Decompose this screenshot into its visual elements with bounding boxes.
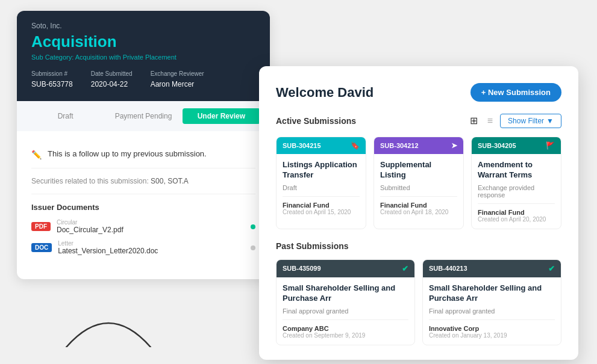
past-card-2-body: Small Shareholder Selling and Purchase A…	[423, 277, 561, 345]
active-card-2-header: SUB-304212 ➤	[374, 137, 463, 154]
past-section-header: Past Submissions	[276, 241, 561, 251]
active-card-2-fund: Financial Fund	[380, 202, 457, 209]
securities-value: S00, SOT.A	[151, 177, 189, 185]
active-card-2[interactable]: SUB-304212 ➤ Supplemental Listing Submit…	[374, 137, 464, 229]
doc-status-gray	[251, 245, 255, 250]
active-card-3-date: Created on April 20, 2020	[478, 216, 555, 223]
show-filter-button[interactable]: Show Filter ▼	[500, 114, 561, 128]
active-card-1-status: Draft	[283, 184, 360, 197]
filter-icon: ▼	[546, 117, 554, 125]
panel-header: Welcome David + New Submission	[276, 83, 561, 102]
pencil-icon: ✏️	[31, 150, 42, 159]
exchange-reviewer-value: Aaron Mercer	[151, 80, 195, 88]
status-steps: Draft Payment Pending Under Review	[17, 101, 270, 131]
past-submissions-grid: SUB-435099 ✔ Small Shareholder Selling a…	[276, 259, 561, 345]
date-submitted-value: 2020-04-22	[91, 80, 128, 88]
check-icon-1: ✔	[402, 264, 408, 273]
doc-name-circular: Doc_Circular_V2.pdf	[57, 226, 123, 234]
securities-label: Securities related to this submission:	[31, 177, 149, 185]
card-header: Soto, Inc. Acquisition Sub Category: Acq…	[17, 11, 270, 101]
active-card-2-type: Supplemental Listing	[380, 160, 457, 180]
active-card-1-body: Listings Application Transfer Draft Fina…	[277, 154, 366, 221]
doc-status-green	[251, 224, 255, 229]
sub-category: Sub Category: Acquisition with Private P…	[31, 54, 255, 61]
bookmark-icon: 🔖	[351, 141, 360, 150]
step-payment[interactable]: Payment Pending	[104, 108, 182, 124]
submission-detail-card: Soto, Inc. Acquisition Sub Category: Acq…	[17, 11, 270, 279]
active-card-2-body: Supplemental Listing Submitted Financial…	[374, 154, 463, 221]
exchange-reviewer: Exchange Reviewer Aaron Mercer	[151, 70, 204, 89]
doc-info-letter: Letter Latest_Version_Letter2020.doc	[58, 240, 158, 255]
new-submission-button[interactable]: + New Submission	[470, 83, 561, 102]
active-card-1-header: SUB-304215 🔖	[277, 137, 366, 154]
issuer-docs-title: Issuer Documents	[31, 203, 255, 212]
date-submitted-label: Date Submitted	[91, 70, 133, 77]
step-under-review[interactable]: Under Review	[183, 108, 260, 124]
doc-item-pdf[interactable]: PDF Circular Doc_Circular_V2.pdf	[31, 219, 255, 234]
past-card-1-fund: Company ABC	[283, 325, 408, 332]
past-card-2-date: Created on January 13, 2019	[429, 332, 555, 339]
arc-decoration	[60, 299, 157, 347]
active-card-1[interactable]: SUB-304215 🔖 Listings Application Transf…	[276, 137, 366, 229]
card-body: ✏️ This is a follow up to my previous su…	[17, 131, 270, 279]
submission-number: Submission # SUB-653778	[31, 70, 73, 89]
past-card-1-header: SUB-435099 ✔	[277, 260, 414, 277]
past-card-2-id: SUB-440213	[429, 265, 467, 272]
active-card-3-id: SUB-304205	[478, 142, 516, 149]
active-card-1-type: Listings Application Transfer	[283, 160, 360, 180]
active-card-1-id: SUB-304215	[283, 142, 321, 149]
submission-number-label: Submission #	[31, 70, 73, 77]
show-filter-label: Show Filter	[508, 117, 544, 125]
follow-up-note: ✏️ This is a follow up to my previous su…	[31, 141, 255, 168]
past-card-2-type: Small Shareholder Selling and Purchase A…	[429, 283, 555, 304]
issuer-docs-section: Issuer Documents PDF Circular Doc_Circul…	[31, 194, 255, 270]
past-card-1-status: Final approval granted	[283, 307, 408, 320]
acquisition-title: Acquisition	[31, 32, 255, 51]
active-card-3-type: Amendment to Warrant Terms	[478, 160, 555, 180]
past-card-1-date: Created on September 9, 2019	[283, 332, 408, 339]
doc-category-circular: Circular	[57, 219, 123, 226]
submission-number-value: SUB-653778	[31, 80, 73, 88]
send-icon: ➤	[451, 141, 457, 150]
submissions-panel: Welcome David + New Submission Active Su…	[259, 66, 578, 360]
doc-item-doc[interactable]: DOC Letter Latest_Version_Letter2020.doc	[31, 240, 255, 255]
active-card-2-date: Created on April 18, 2020	[380, 209, 457, 215]
securities-section: Securities related to this submission: S…	[31, 168, 255, 194]
past-card-1-id: SUB-435099	[283, 265, 321, 272]
flag-icon: 🚩	[546, 141, 555, 150]
doc-badge: DOC	[31, 243, 52, 252]
active-section-title: Active Submissions	[276, 116, 356, 126]
doc-category-letter: Letter	[58, 240, 158, 247]
active-card-3-header: SUB-304205 🚩	[472, 137, 561, 154]
past-card-2-status: Final approval granted	[429, 307, 555, 320]
active-card-3[interactable]: SUB-304205 🚩 Amendment to Warrant Terms …	[471, 137, 561, 229]
active-card-1-fund: Financial Fund	[283, 202, 360, 209]
active-section-header: Active Submissions ⊞ ≡ Show Filter ▼	[276, 114, 561, 128]
past-card-1-type: Small Shareholder Selling and Purchase A…	[283, 283, 408, 304]
list-view-button[interactable]: ≡	[485, 114, 495, 128]
active-card-2-status: Submitted	[380, 184, 457, 197]
welcome-title: Welcome David	[276, 85, 374, 100]
pdf-badge: PDF	[31, 222, 51, 231]
active-card-3-status: Exchange provided response	[478, 184, 555, 204]
date-submitted: Date Submitted 2020-04-22	[91, 70, 133, 89]
past-section-title: Past Submissions	[276, 241, 349, 251]
doc-name-letter: Latest_Version_Letter2020.doc	[58, 247, 158, 255]
past-card-2-fund: Innovative Corp	[429, 325, 555, 332]
past-card-1-body: Small Shareholder Selling and Purchase A…	[277, 277, 414, 345]
past-card-2[interactable]: SUB-440213 ✔ Small Shareholder Selling a…	[422, 259, 561, 345]
company-name: Soto, Inc.	[31, 22, 255, 30]
past-card-1[interactable]: SUB-435099 ✔ Small Shareholder Selling a…	[276, 259, 415, 345]
active-submissions-grid: SUB-304215 🔖 Listings Application Transf…	[276, 137, 561, 229]
exchange-reviewer-label: Exchange Reviewer	[151, 70, 204, 77]
header-meta: Submission # SUB-653778 Date Submitted 2…	[31, 70, 255, 89]
active-card-1-date: Created on April 15, 2020	[283, 209, 360, 215]
active-card-3-body: Amendment to Warrant Terms Exchange prov…	[472, 154, 561, 229]
view-controls: ⊞ ≡ Show Filter ▼	[467, 114, 561, 128]
step-draft[interactable]: Draft	[27, 108, 104, 124]
past-card-2-header: SUB-440213 ✔	[423, 260, 561, 277]
grid-view-button[interactable]: ⊞	[467, 114, 480, 128]
follow-up-text: This is a follow up to my previous submi…	[48, 149, 207, 158]
check-icon-2: ✔	[548, 264, 555, 273]
active-card-3-fund: Financial Fund	[478, 209, 555, 216]
